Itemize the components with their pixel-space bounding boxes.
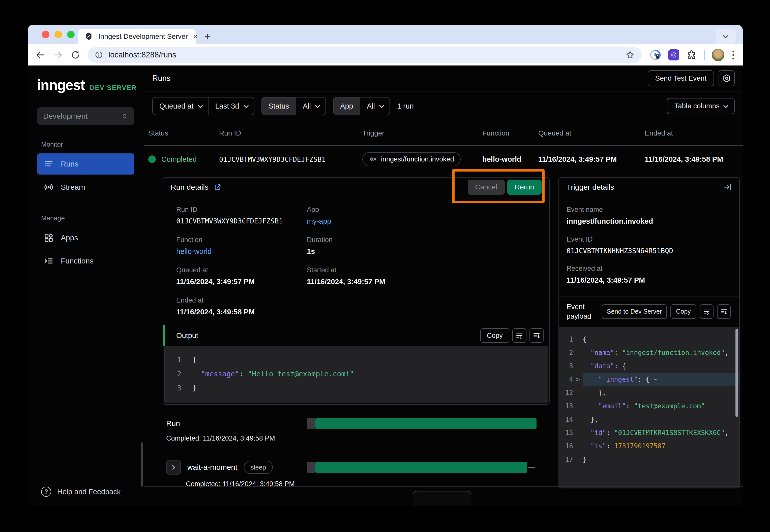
minimize-window-button[interactable] — [54, 31, 62, 38]
monitor-section-label: Monitor — [41, 141, 144, 148]
app-filter-label: App — [334, 97, 360, 115]
app-link[interactable]: my-app — [307, 217, 541, 225]
code-line: 3} — [164, 381, 547, 395]
chevron-down-icon — [379, 103, 384, 108]
toolbar-divider — [704, 50, 705, 60]
help-and-feedback[interactable]: ? Help and Feedback — [37, 487, 144, 500]
copy-payload-button[interactable]: Copy — [670, 304, 696, 319]
app-filter-dropdown[interactable]: All — [360, 97, 390, 115]
time-range-dropdown[interactable]: Last 3d — [208, 97, 254, 115]
table-row[interactable]: Completed 01JCVBTMV3WXY9D3CFDEJFZSB1 inn… — [144, 146, 743, 173]
queued-at-dropdown[interactable]: Queued at — [153, 97, 208, 115]
status-filter-value: All — [303, 102, 311, 110]
code-line: 4>"_inngest": { ⋯ — [559, 373, 739, 386]
sidebar-item-apps[interactable]: Apps — [37, 227, 134, 248]
browser-window: Inngest Development Server ✕ + localhost… — [28, 25, 743, 506]
settings-button[interactable] — [719, 70, 735, 86]
step-name: wait-a-moment — [187, 463, 237, 472]
zoom-window-button[interactable] — [67, 31, 75, 38]
chevron-down-icon — [315, 103, 320, 108]
trigger-pill[interactable]: inngest/function.invoked — [362, 152, 461, 166]
tab-search-button[interactable] — [716, 29, 736, 44]
chevron-down-icon — [198, 103, 203, 108]
payload-scrollbar-thumb[interactable] — [735, 329, 738, 417]
col-run-id: Run ID — [219, 129, 362, 137]
queued-segment — [307, 418, 315, 429]
sidebar: inngest DEV SERVER Development Monitor R… — [28, 65, 144, 506]
trigger-details-card: Trigger details Event name inngest/funct… — [558, 177, 740, 488]
close-window-button[interactable] — [42, 31, 49, 38]
code-line: 17} — [559, 453, 739, 466]
partial-footer-button[interactable] — [413, 491, 471, 506]
address-bar[interactable]: localhost:8288/runs — [88, 47, 642, 63]
updown-chevron-icon — [121, 112, 128, 120]
extension-icon[interactable] — [668, 49, 679, 60]
payload-code-block[interactable]: 1{2"name": "inngest/function.invoked",3"… — [559, 327, 739, 488]
timeline-step-row[interactable]: wait-a-moment sleep — [162, 460, 549, 475]
environment-select[interactable]: Development — [37, 107, 134, 125]
new-tab-button[interactable]: + — [204, 30, 211, 43]
run-details-fields: Run ID 01JCVBTMV3WXY9D3CFDEJFZSB1 App my… — [163, 197, 549, 325]
cancel-button[interactable]: Cancel — [468, 180, 505, 195]
sidebar-item-runs[interactable]: Runs — [37, 153, 134, 175]
send-to-dev-server-button[interactable]: Send to Dev Server — [602, 304, 667, 319]
output-code-block[interactable]: 1{2"message": "Hello test@example.com!"3… — [164, 346, 548, 403]
profile-avatar[interactable] — [712, 49, 724, 61]
browser-menu-icon[interactable] — [731, 50, 735, 60]
code-line: 12}, — [559, 386, 739, 400]
col-trigger: Trigger — [362, 129, 482, 137]
extensions-puzzle-icon[interactable] — [686, 50, 697, 60]
status-dot — [148, 155, 156, 163]
run-details-card: Run details Cancel Rerun — [162, 177, 549, 405]
scroll-to-bottom-button[interactable] — [529, 328, 543, 343]
rerun-button[interactable]: Rerun — [507, 180, 541, 195]
run-detail-panels: Run details Cancel Rerun — [144, 173, 743, 486]
code-line: 3"data": { — [559, 359, 739, 373]
help-icon: ? — [41, 487, 51, 497]
password-manager-icon[interactable] — [650, 49, 661, 61]
output-title: Output — [176, 331, 198, 340]
field-received-at: Received at 11/16/2024, 3:49:57 PM — [566, 265, 732, 284]
copy-output-button[interactable]: Copy — [480, 328, 509, 343]
sidebar-item-stream[interactable]: Stream — [37, 177, 134, 198]
page-header: Runs Send Test Event — [144, 65, 743, 91]
open-external-icon[interactable] — [214, 183, 222, 191]
close-tab-icon[interactable]: ✕ — [193, 33, 199, 41]
send-test-event-button[interactable]: Send Test Event — [648, 70, 714, 86]
timeline-run-row[interactable]: Run — [162, 418, 549, 429]
function-link[interactable]: hello-world — [176, 247, 307, 256]
main-content: Runs Send Test Event Queued at Last 3d — [144, 65, 743, 506]
table-footer-strip — [144, 486, 743, 506]
output-header: Output Copy — [163, 325, 549, 346]
field-queued-at: Queued at 11/16/2024, 3:49:57 PM — [176, 266, 307, 286]
word-wrap-button[interactable] — [512, 328, 526, 343]
time-filter-group: Queued at Last 3d — [152, 97, 255, 115]
browser-tab[interactable]: Inngest Development Server ✕ — [78, 29, 196, 44]
fold-chevron-icon[interactable]: > — [573, 373, 583, 386]
queued-segment — [307, 462, 315, 473]
function-cell: hello-world — [482, 155, 538, 163]
table-columns-button[interactable]: Table columns — [667, 98, 735, 114]
back-icon[interactable] — [35, 50, 45, 60]
status-filter-dropdown[interactable]: All — [296, 97, 326, 115]
forward-icon[interactable] — [53, 50, 63, 60]
toolbar-extensions — [650, 49, 735, 61]
site-info-icon[interactable] — [95, 51, 103, 59]
scroll-to-bottom-button[interactable] — [717, 304, 731, 319]
reload-icon[interactable] — [71, 50, 80, 60]
run-timeline: Run Completed: 11/16/2024, 3:49:58 PM wa… — [162, 405, 549, 488]
collapse-panel-icon[interactable] — [723, 183, 732, 191]
ended-at-cell: 11/16/2024, 3:49:58 PM — [645, 155, 743, 163]
runs-icon — [44, 159, 54, 169]
bookmark-star-icon[interactable] — [625, 50, 635, 60]
app-filter-group: App All — [333, 97, 390, 115]
word-wrap-button[interactable] — [700, 304, 714, 319]
sidebar-item-functions[interactable]: Functions — [37, 250, 134, 272]
code-line: 13"email": "test@example.com" — [559, 400, 739, 413]
expand-step-button[interactable] — [166, 460, 181, 475]
scrollbar-thumb[interactable] — [141, 442, 143, 487]
col-queued-at: Queued at — [538, 129, 645, 137]
page-title: Runs — [152, 74, 170, 83]
event-payload-header: Event payload Send to Dev Server Copy — [559, 296, 739, 327]
chevron-down-icon — [244, 103, 249, 108]
